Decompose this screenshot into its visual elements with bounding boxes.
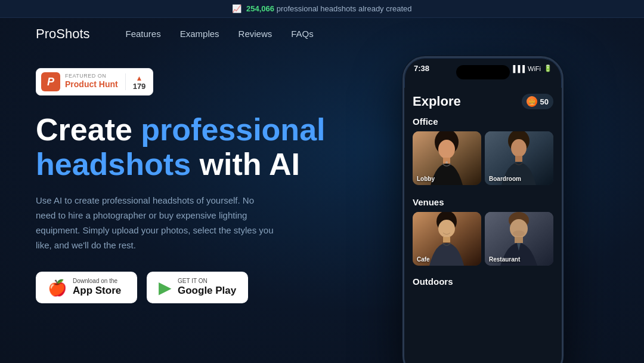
google-play-icon: ▶ (159, 279, 172, 296)
cafe-label: Cafe (417, 256, 430, 263)
app-notification-badge: 🍔 50 (522, 94, 553, 109)
svg-rect-17 (515, 237, 523, 243)
ph-votes: ▲ 179 (133, 74, 146, 90)
product-hunt-badge[interactable]: P FEATURED ON Product Hunt ▲ 179 (36, 68, 153, 96)
badge-count: 50 (540, 97, 549, 106)
ph-name: Product Hunt (65, 79, 118, 90)
app-store-main: App Store (73, 285, 121, 297)
product-hunt-logo: P (41, 72, 60, 91)
svg-point-16 (513, 230, 525, 236)
status-icons: ▐▐▐ WiFi 🔋 (511, 63, 552, 72)
heading-create: Create (36, 112, 141, 147)
heading-headshots: headshots (36, 147, 191, 182)
office-section: Office (404, 113, 562, 193)
phone-content: Explore 🍔 50 Office (404, 88, 562, 363)
outdoors-section: Outdoors (404, 274, 562, 287)
svg-point-7 (511, 139, 527, 157)
phone-mockup: 7:38 ▐▐▐ WiFi 🔋 Explore 🍔 50 (402, 56, 564, 363)
google-play-button[interactable]: ▶ GET IT ON Google Play (147, 272, 248, 303)
svg-point-2 (438, 140, 455, 159)
logo[interactable]: ProShots (36, 26, 90, 42)
banner-text: professional headshots already created (277, 4, 412, 13)
app-store-button[interactable]: 🍎 Download on the App Store (36, 272, 137, 303)
heading-with-ai: with AI (191, 147, 300, 182)
app-title: Explore (413, 94, 461, 109)
battery-icon: 🔋 (544, 64, 552, 72)
top-banner: 📈 254,066 professional headshots already… (0, 0, 644, 18)
left-content: P FEATURED ON Product Hunt ▲ 179 Create … (36, 50, 358, 303)
wifi-icon: WiFi (528, 65, 541, 72)
navbar: ProShots Features Examples Reviews FAQs (0, 18, 644, 50)
svg-rect-8 (515, 156, 522, 162)
venues-grid: Cafe (413, 212, 553, 266)
hero-description: Use AI to create professional headshots … (36, 193, 274, 253)
nav-examples[interactable]: Examples (180, 29, 219, 39)
badge-icon: 🍔 (527, 96, 537, 107)
store-buttons: 🍎 Download on the App Store ▶ GET IT ON … (36, 272, 358, 303)
status-time: 7:38 (414, 63, 429, 73)
signal-icon: ▐▐▐ (511, 65, 525, 72)
nav-features[interactable]: Features (126, 29, 161, 39)
lobby-label: Lobby (417, 176, 435, 182)
boardroom-label: Boardroom (489, 176, 521, 182)
dynamic-island (456, 65, 510, 79)
outdoors-title: Outdoors (413, 276, 553, 287)
headshot-count: 254,066 (246, 4, 274, 13)
product-hunt-text: FEATURED ON Product Hunt (65, 73, 118, 90)
lobby-card[interactable]: Lobby (413, 131, 481, 185)
nav-faqs[interactable]: FAQs (291, 29, 314, 39)
nav-links: Features Examples Reviews FAQs (126, 29, 314, 39)
restaurant-label: Restaurant (489, 256, 520, 263)
main-layout: P FEATURED ON Product Hunt ▲ 179 Create … (0, 50, 644, 356)
apple-icon: 🍎 (48, 280, 67, 296)
nav-reviews[interactable]: Reviews (239, 29, 273, 39)
google-play-sub: GET IT ON (178, 278, 236, 285)
ph-divider (125, 73, 126, 90)
heading-professional: professional (141, 112, 325, 147)
phone-frame: 7:38 ▐▐▐ WiFi 🔋 Explore 🍔 50 (402, 56, 564, 363)
svg-point-4 (445, 161, 448, 164)
ph-count: 179 (133, 82, 146, 90)
ph-featured-label: FEATURED ON (65, 73, 118, 79)
app-store-text: Download on the App Store (73, 278, 121, 297)
office-title: Office (413, 116, 553, 127)
app-store-sub: Download on the (73, 278, 121, 285)
boardroom-card[interactable]: Boardroom (485, 131, 553, 185)
ph-arrow-icon: ▲ (136, 74, 143, 82)
cafe-card[interactable]: Cafe (413, 212, 481, 266)
svg-rect-12 (443, 237, 450, 242)
hero-heading: Create professional headshots with AI (36, 112, 334, 182)
right-content: 7:38 ▐▐▐ WiFi 🔋 Explore 🍔 50 (358, 50, 608, 363)
trend-icon: 📈 (232, 4, 242, 13)
google-play-main: Google Play (178, 285, 236, 297)
venues-section: Venues (404, 193, 562, 274)
svg-point-11 (438, 220, 455, 238)
google-play-text: GET IT ON Google Play (178, 278, 236, 297)
venues-title: Venues (413, 197, 553, 207)
restaurant-card[interactable]: Restaurant (485, 212, 553, 266)
app-header: Explore 🍔 50 (404, 88, 562, 113)
office-grid: Lobby (413, 131, 553, 185)
